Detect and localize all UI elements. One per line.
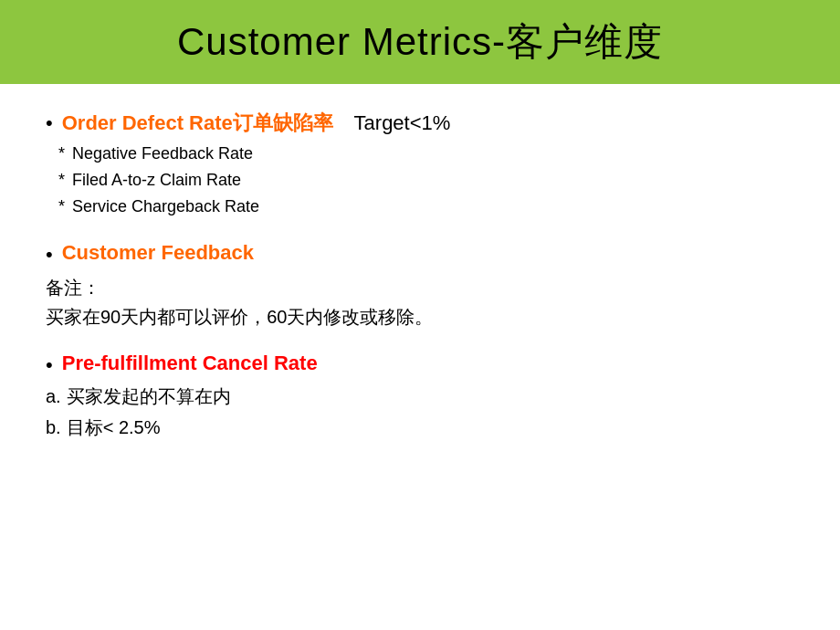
- slide-content: • Order Defect Rate订单缺陷率 Target<1% * Neg…: [0, 84, 840, 630]
- feedback-note2: 买家在90天内都可以评价，60天内修改或移除。: [46, 302, 794, 331]
- slide-container: Customer Metrics-客户维度 • Order Defect Rat…: [0, 0, 840, 630]
- sub-text-chargeback: Service Chargeback Rate: [72, 194, 259, 219]
- star-1: *: [58, 142, 65, 166]
- alpha-b: b.: [46, 414, 61, 441]
- bullet-customer-feedback: • Customer Feedback: [46, 241, 794, 269]
- feedback-note1: 备注：: [46, 273, 794, 302]
- sub-text-negative: Negative Feedback Rate: [72, 142, 253, 166]
- section-customer-feedback: • Customer Feedback 备注： 买家在90天内都可以评价，60天…: [46, 241, 794, 331]
- sub-item-claim: * Filed A-to-z Claim Rate: [58, 168, 794, 193]
- bullet-dot-2: •: [46, 241, 53, 269]
- order-defect-target: Target<1%: [337, 111, 450, 134]
- sub-item-chargeback: * Service Chargeback Rate: [58, 194, 794, 219]
- section-order-defect: • Order Defect Rate订单缺陷率 Target<1% * Neg…: [46, 110, 794, 221]
- bullet-pre-fulfillment: • Pre-fulfillment Cancel Rate: [46, 352, 794, 380]
- bullet-dot-1: •: [46, 110, 53, 138]
- order-defect-label: Order Defect Rate订单缺陷率 Target<1%: [62, 110, 451, 137]
- pre-fulfillment-label: Pre-fulfillment Cancel Rate: [62, 352, 318, 375]
- bullet-dot-3: •: [46, 352, 53, 380]
- title-bar: Customer Metrics-客户维度: [0, 0, 840, 84]
- bullet-order-defect: • Order Defect Rate订单缺陷率 Target<1%: [46, 110, 794, 138]
- alpha-text-a: 买家发起的不算在内: [67, 383, 231, 410]
- alpha-item-a: a. 买家发起的不算在内: [46, 383, 794, 410]
- alpha-a: a.: [46, 383, 61, 410]
- customer-feedback-label: Customer Feedback: [62, 241, 254, 265]
- star-3: *: [58, 194, 65, 219]
- sub-item-negative: * Negative Feedback Rate: [58, 142, 794, 166]
- slide-title: Customer Metrics-客户维度: [177, 20, 663, 63]
- section-pre-fulfillment: • Pre-fulfillment Cancel Rate a. 买家发起的不算…: [46, 352, 794, 446]
- alpha-item-b: b. 目标< 2.5%: [46, 414, 794, 441]
- alpha-text-b: 目标< 2.5%: [67, 414, 161, 441]
- star-2: *: [58, 168, 65, 193]
- sub-text-claim: Filed A-to-z Claim Rate: [72, 168, 241, 193]
- order-defect-colored-text: Order Defect Rate订单缺陷率: [62, 111, 333, 134]
